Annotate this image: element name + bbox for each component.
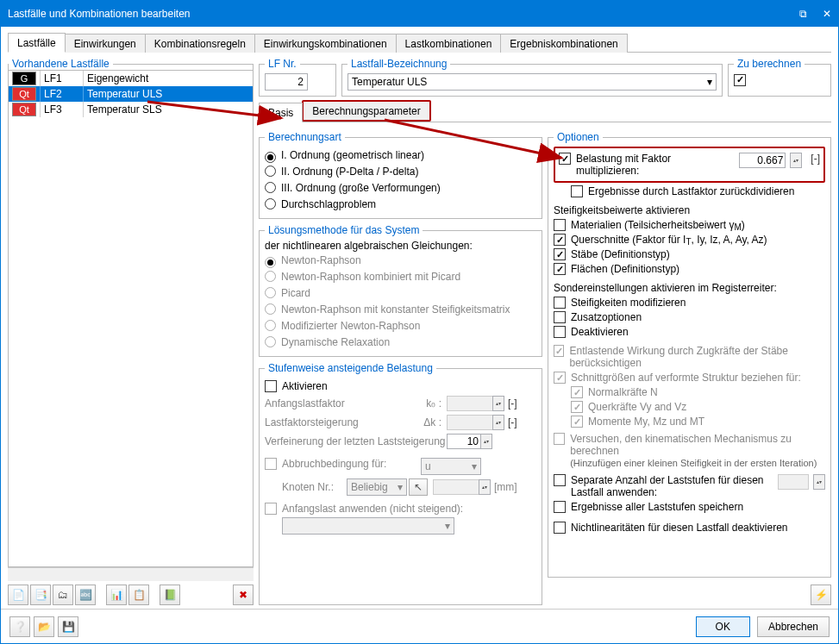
flash-button[interactable]: ⚡ [811, 585, 831, 605]
spinner-icon: ▴▾ [492, 396, 504, 411]
ok-button[interactable]: OK [696, 616, 750, 637]
extra-opts-checkbox[interactable] [554, 311, 566, 323]
table-row[interactable]: Qt LF3 Temperatur SLS [9, 102, 253, 117]
main-tabs: Lastfälle Einwirkungen Kombinationsregel… [8, 32, 831, 53]
window-title: Lastfälle und Kombinationen bearbeiten [8, 8, 191, 20]
initial-load-checkbox [265, 503, 277, 515]
table-row[interactable]: G LF1 Eigengewicht [9, 71, 253, 86]
save-steps-checkbox[interactable] [554, 501, 566, 513]
chevron-down-icon: ▾ [398, 481, 403, 493]
lfnr-input[interactable] [265, 73, 308, 91]
spinner-icon[interactable]: ▴▾ [790, 153, 802, 168]
highlight-box: Belastung mit Faktor multiplizieren: ▴▾ … [554, 147, 825, 183]
scrollbar-horizontal[interactable] [8, 567, 254, 581]
delete-button[interactable]: ✖ [233, 585, 254, 605]
radio-newton-picard [265, 271, 276, 282]
excel-button[interactable]: 📗 [160, 585, 180, 605]
refine-input[interactable] [447, 434, 481, 449]
tab-lastkombinationen[interactable]: Lastkombinationen [396, 34, 502, 53]
tab-ergebniskombinationen[interactable]: Ergebniskombinationen [500, 34, 627, 53]
calculate-checkbox[interactable] [734, 74, 746, 86]
multiply-input[interactable] [739, 153, 786, 168]
radio-mod-newton [265, 320, 276, 331]
spinner-icon[interactable]: ▴▾ [480, 434, 492, 449]
loadcase-list[interactable]: G LF1 Eigengewicht Qt LF2 Temperatur ULS… [8, 71, 254, 567]
sort-button[interactable]: 🗂 [53, 585, 73, 605]
m-checkbox [571, 416, 583, 428]
help-button[interactable]: ❔ [9, 616, 30, 637]
radio-dyn-relax [265, 336, 276, 347]
tension-checkbox [554, 345, 564, 357]
radio-snapthrough[interactable] [265, 198, 276, 209]
incremental-group: Stufenweise ansteigende Belastung Aktivi… [259, 362, 542, 605]
tab-kombinationsregeln[interactable]: Kombinationsregeln [145, 34, 255, 53]
radio-order2[interactable] [265, 166, 276, 177]
n-checkbox [571, 386, 583, 398]
k0-input [447, 396, 493, 411]
lfnr-legend: LF Nr. [265, 58, 300, 70]
deactivate-checkbox[interactable] [554, 326, 566, 338]
abort-combo: u▾ [421, 458, 481, 475]
dk-input [447, 415, 493, 430]
left-legend: Vorhandene Lastfälle [9, 58, 113, 70]
tab-einwirkungskombinationen[interactable]: Einwirkungskombinationen [254, 34, 397, 53]
radio-order3[interactable] [265, 182, 276, 193]
titlebar: Lastfälle und Kombinationen bearbeiten ⧉… [1, 1, 838, 27]
tab-basis[interactable]: Basis [259, 103, 303, 122]
chevron-down-icon: ▾ [707, 76, 712, 88]
radio-order1[interactable] [265, 152, 276, 163]
spinner-icon: ▴▾ [479, 479, 491, 495]
chevron-down-icon: ▾ [445, 520, 450, 532]
node-combo: Beliebig▾ [347, 478, 407, 496]
table-row[interactable]: Qt LF2 Temperatur ULS [9, 86, 253, 102]
section-checkbox[interactable] [554, 234, 566, 246]
desc-legend: Lastfall-Bezeichnung [347, 58, 450, 70]
radio-picard [265, 287, 276, 298]
modify-stiff-checkbox[interactable] [554, 297, 566, 309]
shift-button[interactable]: 📋 [128, 585, 149, 605]
multiply-checkbox[interactable] [559, 153, 571, 165]
mat-checkbox[interactable] [554, 219, 566, 231]
stiffness-heading: Steifigkeitsbeiwerte aktivieren [554, 204, 825, 216]
divide-checkbox[interactable] [571, 185, 583, 197]
restore-icon[interactable]: ⧉ [799, 8, 807, 20]
tag-badge: G [12, 72, 36, 85]
pick-node-button: ↖ [409, 478, 428, 496]
deformed-checkbox [554, 372, 566, 384]
activate-checkbox[interactable] [265, 380, 277, 392]
tab-einwirkungen[interactable]: Einwirkungen [65, 34, 146, 53]
inner-tabs: Basis Berechnungsparameter [259, 102, 831, 122]
surfaces-checkbox[interactable] [554, 263, 566, 275]
tag-badge: Qt [12, 103, 36, 116]
special-heading: Sondereinstellungen aktivieren im Regist… [554, 282, 825, 294]
calc-legend: Zu berechnen [734, 58, 805, 70]
separate-steps-checkbox[interactable] [554, 474, 566, 486]
tab-lastfaelle[interactable]: Lastfälle [8, 33, 66, 53]
left-toolbar: 📄 📑 🗂 🔤 📊 📋 📗 ✖ [8, 585, 254, 605]
separate-steps-input [778, 474, 809, 490]
v-checkbox [571, 401, 583, 413]
node-value-input [433, 479, 479, 495]
save-button[interactable]: 💾 [58, 616, 78, 637]
options-group: Optionen Belastung mit Faktor multiplizi… [548, 131, 831, 578]
spinner-icon: ▴▾ [813, 474, 825, 490]
filter-button[interactable]: 🔤 [75, 585, 96, 605]
new-button[interactable]: 📄 [8, 585, 28, 605]
renumber-button[interactable]: 📊 [106, 585, 127, 605]
solver-group: Lösungsmethode für das System der nichtl… [259, 224, 542, 357]
initial-load-combo: ▾ [282, 517, 454, 535]
abort-checkbox [265, 458, 277, 470]
nonlin-off-checkbox[interactable] [554, 522, 566, 534]
description-select[interactable]: Temperatur ULS ▾ [347, 73, 717, 91]
chevron-down-icon: ▾ [472, 460, 477, 472]
radio-newton [265, 257, 276, 268]
close-icon[interactable]: ✕ [823, 8, 831, 20]
spinner-icon: ▴▾ [492, 415, 504, 430]
open-button[interactable]: 📂 [34, 616, 54, 637]
calc-type-group: Berechnungsart I. Ordnung (geometrisch l… [259, 131, 542, 219]
cancel-button[interactable]: Abbrechen [757, 616, 830, 637]
copy-button[interactable]: 📑 [30, 585, 51, 605]
tab-berechnungsparameter[interactable]: Berechnungsparameter [302, 100, 430, 122]
footer: ❔ 📂 💾 OK Abbrechen [1, 609, 838, 643]
members-checkbox[interactable] [554, 248, 566, 260]
